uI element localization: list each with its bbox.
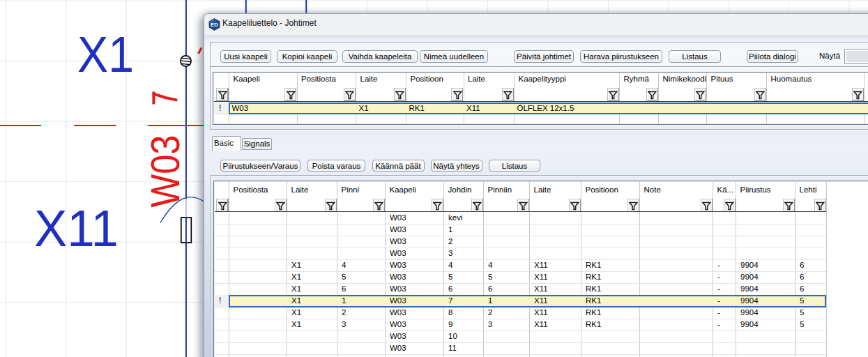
app-icon: ED <box>208 18 220 31</box>
lh-Kä...-10: Kä... <box>717 185 734 194</box>
svg-text:ED: ED <box>211 22 218 28</box>
uh-Positioon-4: Positioon <box>411 75 443 83</box>
lh-Positiosta-1: Positiosta <box>234 185 268 194</box>
lh-Pinni-3: Pinni <box>342 185 360 194</box>
uh-Laite-3: Laite <box>360 75 378 83</box>
l-selected-row[interactable] <box>229 295 826 307</box>
uh-Pituus-9: Pituus <box>711 75 733 83</box>
combo-nayta[interactable] <box>844 49 868 64</box>
lh-Laite-2: Laite <box>291 185 309 194</box>
button2-Näytä yhteys[interactable]: Näytä yhteys <box>431 160 482 172</box>
title-bar: ED Kaapeliluettelo - Johtimet <box>204 14 868 36</box>
button-Kopioi kaapeli[interactable]: Kopioi kaapeli <box>277 50 337 63</box>
button2-Piirustukseen/Varaus[interactable]: Piirustukseen/Varaus <box>220 160 300 172</box>
lh-Piirustus-11: Piirustus <box>740 185 771 194</box>
button-Harava piirustukseen[interactable]: Harava piirustukseen <box>580 50 662 63</box>
button-Päivitä johtimet[interactable]: Päivitä johtimet <box>514 50 574 63</box>
lh-Lehti-12: Lehti <box>800 185 817 194</box>
u-marker: ! <box>214 102 229 114</box>
uh-Kaapeli-1: Kaapeli <box>234 75 260 83</box>
button2-Poista varaus[interactable]: Poista varaus <box>307 160 365 172</box>
label-nayta: Näytä <box>819 52 840 60</box>
lh-Johdin-5: Johdin <box>448 185 472 194</box>
lh-Laite-7: Laite <box>534 185 551 194</box>
lh-Pinniin-6: Pinniin <box>488 185 512 194</box>
tab-signals[interactable]: Signals <box>242 138 272 150</box>
svg-text:W03: W03 <box>142 135 188 208</box>
uh-Positiosta-2: Positiosta <box>301 75 336 83</box>
uh-Laite-5: Laite <box>468 75 485 83</box>
separator-1 <box>211 66 868 67</box>
uh-Huomautus-10: Huomautus <box>771 75 812 83</box>
button-Uusi kaapeli[interactable]: Uusi kaapeli <box>220 50 271 63</box>
uh-Kaapelityyppi-6: Kaapelityyppi <box>519 75 566 83</box>
title-text: Kaapeliluettelo - Johtimet <box>222 18 317 28</box>
lh-Positioon-8: Positioon <box>586 185 618 194</box>
lh-dark <box>215 211 826 213</box>
uh-Ryhmä-7: Ryhmä <box>624 75 649 83</box>
dialog-kaapeliluettelo: ED Kaapeliluettelo - Johtimet Uusi kaape… <box>204 13 868 357</box>
lh-Kaapeli-4: Kaapeli <box>390 185 416 194</box>
l-marker: ! <box>215 295 229 307</box>
uh-Nimikekoodi-8: Nimikekoodi <box>663 75 707 83</box>
svg-text:X11: X11 <box>34 199 119 257</box>
tab-basic[interactable]: Basic <box>212 136 241 151</box>
button-Listaus[interactable]: Listaus <box>669 50 721 63</box>
button-Vaihda kaapeleita[interactable]: Vaihda kaapeleita <box>342 50 418 63</box>
button2-Käännä päät[interactable]: Käännä päät <box>372 160 425 172</box>
cads-cable-list-screen: X1 X11 W03 ED Kaapeliluettelo - Johtimet… <box>0 0 868 357</box>
button2-Listaus[interactable]: Listaus <box>489 160 540 172</box>
button-Piilota dialogi[interactable]: Piilota dialogi <box>747 50 798 63</box>
svg-text:X1: X1 <box>77 26 134 82</box>
button-Nimeä uudelleen[interactable]: Nimeä uudelleen <box>420 50 488 63</box>
lh-Note-9: Note <box>644 185 661 194</box>
